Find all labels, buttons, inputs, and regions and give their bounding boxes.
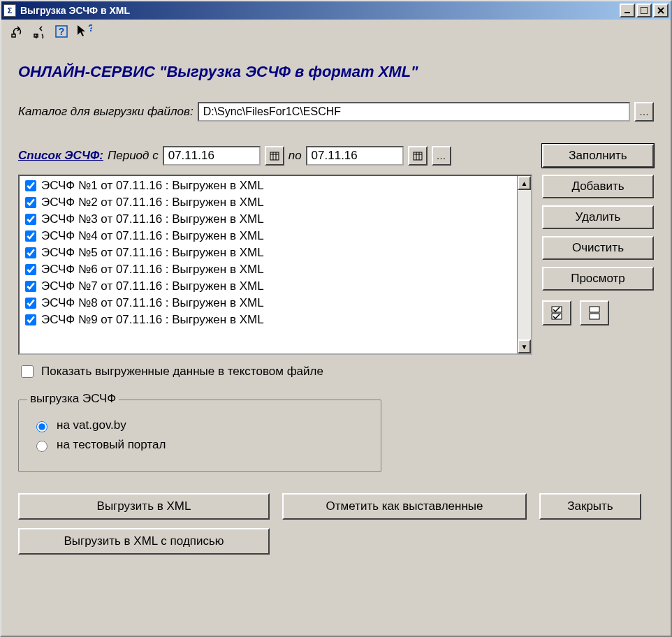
toolbar-icon-1[interactable] <box>8 23 25 40</box>
check-all-icon <box>550 305 563 321</box>
list-item-checkbox[interactable] <box>25 298 36 309</box>
maximize-button[interactable] <box>636 3 652 17</box>
list-item-checkbox[interactable] <box>25 214 36 225</box>
view-button[interactable]: Просмотр <box>542 267 654 291</box>
date-to-picker-button[interactable] <box>408 146 428 166</box>
uncheck-all-icon <box>588 305 601 321</box>
browse-button[interactable]: … <box>634 102 654 122</box>
toolbar-icon-2[interactable] <box>31 23 48 40</box>
show-text-label: Показать выгруженные данные в текстовом … <box>41 365 323 379</box>
export-xml-signed-button[interactable]: Выгрузить в XML с подписью <box>18 528 270 555</box>
calendar-icon <box>270 151 279 161</box>
svg-text:?: ? <box>59 26 65 37</box>
list-item-checkbox[interactable] <box>25 197 36 208</box>
help-icon[interactable]: ? <box>53 23 70 40</box>
app-icon: Σ <box>3 4 16 17</box>
list-item-label: ЭСЧФ №4 от 07.11.16 : Выгружен в XML <box>41 229 264 243</box>
scroll-up-button[interactable]: ▲ <box>518 176 531 190</box>
list-item[interactable]: ЭСЧФ №8 от 07.11.16 : Выгружен в XML <box>21 295 529 312</box>
toolbar: ? ? <box>1 20 671 43</box>
content-area: ОНЛАЙН-СЕРВИС "Выгрузка ЭСЧФ в формат XM… <box>1 43 671 636</box>
titlebar: Σ Выгрузка ЭСЧФ в XML <box>1 1 671 20</box>
middle-area: ЭСЧФ №1 от 07.11.16 : Выгружен в XMLЭСЧФ… <box>18 175 654 355</box>
list-item[interactable]: ЭСЧФ №9 от 07.11.16 : Выгружен в XML <box>21 312 529 328</box>
minimize-icon <box>624 7 631 14</box>
list-item[interactable]: ЭСЧФ №7 от 07.11.16 : Выгружен в XML <box>21 278 529 295</box>
app-window: Σ Выгрузка ЭСЧФ в XML ? ? ОНЛАЙН-СЕРВИС … <box>0 0 672 637</box>
svg-rect-7 <box>270 152 279 160</box>
close-icon <box>657 7 664 14</box>
add-button[interactable]: Добавить <box>542 175 654 198</box>
svg-rect-1 <box>641 7 648 14</box>
date-to-input[interactable] <box>306 146 404 166</box>
list-item[interactable]: ЭСЧФ №6 от 07.11.16 : Выгружен в XML <box>21 261 529 278</box>
show-text-checkbox[interactable] <box>21 365 34 378</box>
date-from-input[interactable] <box>163 146 261 166</box>
list-item[interactable]: ЭСЧФ №3 от 07.11.16 : Выгружен в XML <box>21 211 529 228</box>
right-button-column: Добавить Удалить Очистить Просмотр <box>542 175 654 355</box>
svg-rect-18 <box>590 314 599 319</box>
close-button[interactable] <box>653 3 669 17</box>
list-item-label: ЭСЧФ №3 от 07.11.16 : Выгружен в XML <box>41 212 264 226</box>
list-label: Список ЭСЧФ: <box>18 149 103 163</box>
list-item-checkbox[interactable] <box>25 314 36 325</box>
delete-button[interactable]: Удалить <box>542 205 654 229</box>
period-to-label: по <box>288 149 302 163</box>
list-item-label: ЭСЧФ №2 от 07.11.16 : Выгружен в XML <box>41 196 264 210</box>
eschf-listbox[interactable]: ЭСЧФ №1 от 07.11.16 : Выгружен в XMLЭСЧФ… <box>18 175 532 355</box>
list-item-checkbox[interactable] <box>25 230 36 242</box>
show-text-row: Показать выгруженные данные в текстовом … <box>18 363 654 380</box>
page-title: ОНЛАЙН-СЕРВИС "Выгрузка ЭСЧФ в формат XM… <box>18 63 654 81</box>
svg-rect-0 <box>624 12 630 13</box>
list-item[interactable]: ЭСЧФ №5 от 07.11.16 : Выгружен в XML <box>21 244 529 261</box>
calendar-icon <box>413 151 423 161</box>
minimize-button[interactable] <box>620 3 635 17</box>
export-groupbox: выгрузка ЭСЧФ на vat.gov.by на тестовый … <box>18 400 381 472</box>
radio-vat-label: на vat.gov.by <box>57 418 126 432</box>
check-all-button[interactable] <box>542 300 571 325</box>
list-item[interactable]: ЭСЧФ №1 от 07.11.16 : Выгружен в XML <box>21 177 529 194</box>
list-item-label: ЭСЧФ №5 от 07.11.16 : Выгружен в XML <box>41 246 264 260</box>
list-item-checkbox[interactable] <box>25 180 36 191</box>
svg-rect-17 <box>590 307 599 312</box>
list-item[interactable]: ЭСЧФ №4 от 07.11.16 : Выгружен в XML <box>21 228 529 244</box>
mark-issued-button[interactable]: Отметить как выставленные <box>282 493 527 520</box>
scroll-down-button[interactable]: ▼ <box>518 339 531 353</box>
period-more-button[interactable]: … <box>432 146 451 166</box>
bottom-buttons: Выгрузить в XML Отметить как выставленны… <box>18 493 654 555</box>
list-item-checkbox[interactable] <box>25 247 36 258</box>
list-item[interactable]: ЭСЧФ №2 от 07.11.16 : Выгружен в XML <box>21 194 529 211</box>
list-item-label: ЭСЧФ №1 от 07.11.16 : Выгружен в XML <box>41 179 264 193</box>
list-item-label: ЭСЧФ №9 от 07.11.16 : Выгружен в XML <box>41 313 264 327</box>
radio-test-label: на тестовый портал <box>57 438 166 452</box>
uncheck-all-button[interactable] <box>580 300 609 325</box>
close-app-button[interactable]: Закрыть <box>539 493 641 520</box>
export-xml-button[interactable]: Выгрузить в XML <box>18 493 270 520</box>
catalog-row: Каталог для выгрузки файлов: … <box>18 102 654 122</box>
window-title: Выгрузка ЭСЧФ в XML <box>20 5 130 16</box>
list-item-checkbox[interactable] <box>25 281 36 292</box>
scrollbar[interactable]: ▲ ▼ <box>517 176 531 353</box>
period-row: Список ЭСЧФ: Период с по … Заполнить <box>18 144 654 168</box>
list-item-label: ЭСЧФ №7 от 07.11.16 : Выгружен в XML <box>41 279 264 293</box>
period-from-label: Период с <box>108 149 159 163</box>
fill-button[interactable]: Заполнить <box>542 144 654 168</box>
scroll-track[interactable] <box>518 190 531 339</box>
clear-button[interactable]: Очистить <box>542 236 654 260</box>
list-item-label: ЭСЧФ №8 от 07.11.16 : Выгружен в XML <box>41 296 264 310</box>
radio-test[interactable] <box>36 441 48 452</box>
cursor-help-icon[interactable]: ? <box>75 23 92 40</box>
radio-vat[interactable] <box>36 421 48 432</box>
catalog-input[interactable] <box>198 102 630 122</box>
svg-text:?: ? <box>88 23 92 34</box>
list-item-label: ЭСЧФ №6 от 07.11.16 : Выгружен в XML <box>41 263 264 277</box>
list-item-checkbox[interactable] <box>25 264 36 275</box>
group-caption: выгрузка ЭСЧФ <box>27 392 119 406</box>
svg-rect-11 <box>414 152 422 160</box>
date-from-picker-button[interactable] <box>265 146 284 166</box>
catalog-label: Каталог для выгрузки файлов: <box>18 105 193 119</box>
maximize-icon <box>641 7 648 14</box>
